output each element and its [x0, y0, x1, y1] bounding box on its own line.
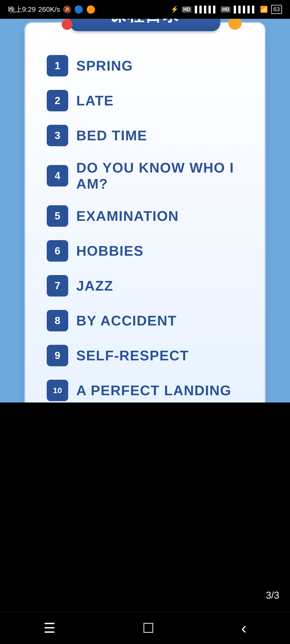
- list-item: 2 LATE: [47, 90, 243, 111]
- wifi-icon: 📶: [260, 6, 268, 13]
- item-label-1: SPRING: [76, 58, 133, 74]
- page-indicator: 3/3: [266, 590, 279, 601]
- nav-bar: ☰ ☐ ‹: [0, 612, 290, 644]
- battery: 63: [271, 5, 282, 14]
- list-item: 1 SPRING: [47, 55, 243, 76]
- item-label-2: LATE: [76, 93, 114, 109]
- speed: 260K/s: [38, 5, 60, 14]
- list-item: 7 JAZZ: [47, 275, 243, 297]
- item-label-5: EXAMINATION: [76, 208, 179, 224]
- time: 晚上9:29: [8, 5, 36, 14]
- item-number-4: 4: [47, 165, 68, 186]
- item-label-9: SELF-RESPECT: [76, 347, 189, 364]
- menu-icon[interactable]: ☰: [44, 620, 56, 636]
- item-label-7: JAZZ: [76, 278, 113, 294]
- item-label-6: HOBBIES: [76, 243, 144, 259]
- status-left: 晚上9:29 260K/s 🔕 🔵 🟠: [8, 5, 96, 14]
- list-item: 3 BED TIME: [47, 125, 243, 146]
- main-area: 课程目录 1 SPRING 2 LATE 3 BED TIME 4 DO YOU…: [0, 19, 290, 402]
- item-number-6: 6: [47, 240, 68, 262]
- bluetooth-icon: ⚡: [171, 6, 179, 13]
- app-icon-2: 🟠: [86, 5, 96, 14]
- mute-icon: 🔕: [63, 5, 71, 14]
- signal-bars-1: ▌▌▌▌▌: [195, 6, 218, 13]
- item-number-5: 5: [47, 205, 68, 227]
- item-label-10: A PERFECT LANDING: [76, 382, 231, 398]
- item-label-4: DO YOU KNOW WHO I AM?: [76, 160, 243, 192]
- item-number-1: 1: [47, 55, 68, 76]
- status-bar: 晚上9:29 260K/s 🔕 🔵 🟠 ⚡ HD ▌▌▌▌▌ HD ▌▌▌▌▌ …: [0, 0, 290, 19]
- list-item: 5 EXAMINATION: [47, 205, 243, 227]
- item-number-10: 10: [47, 380, 68, 401]
- hd-badge-1: HD: [182, 6, 191, 13]
- back-icon[interactable]: ‹: [241, 619, 247, 637]
- status-right: ⚡ HD ▌▌▌▌▌ HD ▌▌▌▌▌ 📶 63: [171, 5, 282, 14]
- dot-red: [62, 19, 73, 30]
- signal-bars-2: ▌▌▌▌▌: [234, 6, 256, 13]
- content-card: 1 SPRING 2 LATE 3 BED TIME 4 DO YOU KNOW…: [24, 22, 266, 418]
- item-number-2: 2: [47, 90, 68, 111]
- list-item: 6 HOBBIES: [47, 240, 243, 262]
- list-item: 10 A PERFECT LANDING: [47, 380, 243, 401]
- item-label-8: BY ACCIDENT: [76, 313, 177, 329]
- list-item: 9 SELF-RESPECT: [47, 345, 243, 366]
- hd-badge-2: HD: [221, 6, 230, 13]
- item-label-3: BED TIME: [76, 127, 147, 144]
- list-item: 4 DO YOU KNOW WHO I AM?: [47, 160, 243, 192]
- item-number-7: 7: [47, 275, 68, 297]
- item-number-9: 9: [47, 345, 68, 366]
- item-number-3: 3: [47, 125, 68, 146]
- item-number-8: 8: [47, 310, 68, 331]
- home-icon[interactable]: ☐: [142, 620, 154, 636]
- list-item: 8 BY ACCIDENT: [47, 310, 243, 331]
- card-wrapper: 课程目录 1 SPRING 2 LATE 3 BED TIME 4 DO YOU…: [24, 14, 266, 418]
- app-icon-1: 🔵: [74, 5, 84, 14]
- bottom-area: [0, 402, 290, 601]
